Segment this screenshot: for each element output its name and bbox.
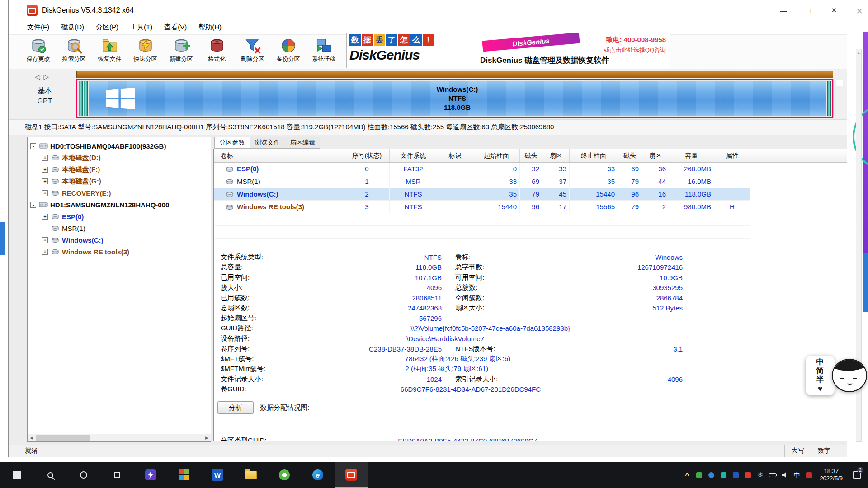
tree-item[interactable]: + 本地磁盘(D:) <box>28 152 211 164</box>
tree-item[interactable]: + Windows RE tools(3) <box>28 246 211 258</box>
tree-expander[interactable]: + <box>42 237 48 243</box>
menu-item[interactable]: 分区(P) <box>90 23 124 32</box>
edge-app[interactable]: e <box>301 462 335 488</box>
toolbar-button[interactable]: 删除分区 <box>235 36 270 68</box>
tree-item[interactable]: + 本地磁盘(F:) <box>28 164 211 175</box>
scroll-right-icon[interactable]: ▶ <box>203 434 211 441</box>
detail-tab[interactable]: 浏览文件 <box>250 137 285 149</box>
partition-row[interactable]: Windows RE tools(3) 3 NTFS 15440 96 17 1… <box>214 201 750 213</box>
tree-item[interactable]: MSR(1) <box>28 222 211 234</box>
tree-item[interactable]: + RECOVERY(E:) <box>28 187 211 199</box>
word-app[interactable]: W <box>201 462 234 488</box>
partition-block-windows[interactable]: Windows(C:) NTFS 118.0GB <box>89 81 826 116</box>
column-header[interactable]: 序号(状态) <box>344 149 390 162</box>
snowflake-icon[interactable]: ❄ <box>754 465 766 485</box>
volume-icon[interactable] <box>778 465 791 485</box>
tree-expander[interactable]: + <box>42 178 48 184</box>
column-header[interactable]: 起始柱面 <box>473 149 520 162</box>
pinned-app-1[interactable] <box>134 462 167 488</box>
menu-item[interactable]: 工具(T) <box>124 23 158 32</box>
cortana-button[interactable] <box>67 462 100 488</box>
menu-item[interactable]: 文件(F) <box>21 23 55 32</box>
tray-icon-3[interactable] <box>717 465 730 485</box>
column-header[interactable]: 扇区 <box>642 149 669 162</box>
analyze-button[interactable]: 分析 <box>217 401 254 414</box>
menu-item[interactable]: 磁盘(D) <box>55 23 90 32</box>
close-button[interactable]: ✕ <box>821 0 847 20</box>
ime-indicator[interactable]: 中 <box>791 465 803 485</box>
hidden-icons-chevron[interactable]: ^ <box>681 465 693 485</box>
toolbar-button[interactable]: 格式化 <box>199 36 235 68</box>
battery-icon[interactable] <box>766 465 778 485</box>
column-header[interactable]: 扇区 <box>542 149 570 162</box>
column-header[interactable]: 标识 <box>437 149 473 162</box>
toolbar-button[interactable]: 系统迁移 <box>306 36 342 68</box>
column-header[interactable]: 文件系统 <box>390 149 437 162</box>
action-center-button[interactable]: 2 <box>847 471 866 479</box>
detail-tab[interactable]: 分区参数 <box>214 137 250 149</box>
partition-row[interactable]: MSR(1) 1 MSR 33 69 37 35 79 44 <box>214 175 750 188</box>
toolbar-button[interactable]: 新建分区 <box>163 36 199 68</box>
toolbar-button[interactable]: 备份分区 <box>270 36 306 68</box>
start-button[interactable] <box>0 462 33 488</box>
file-explorer-app[interactable] <box>234 462 268 488</box>
tree-item[interactable]: - HD0:TOSHIBAMQ04ABF100(932GB) <box>28 140 211 152</box>
promo-banner[interactable]: 数据丢了怎么！ DiskGenius DiskGenius 致电: 400-00… <box>346 33 670 68</box>
tree-expander[interactable]: - <box>30 143 36 149</box>
browser-app[interactable] <box>268 462 301 488</box>
partition-row[interactable]: Windows(C:) 2 NTFS 35 79 45 15440 96 1 <box>214 188 750 201</box>
tree-expander[interactable]: + <box>42 155 48 161</box>
scroll-left-icon[interactable]: ◀ <box>28 434 35 441</box>
tree-expander[interactable]: + <box>42 249 48 255</box>
column-header[interactable]: 属性 <box>714 149 750 162</box>
titlebar[interactable]: DiskGenius V5.4.3.1342 x64 — □ ✕ <box>9 0 847 20</box>
diskgenius-app[interactable] <box>335 462 368 488</box>
partition-row[interactable]: ESP(0) 0 FAT32 0 32 33 33 69 36 <box>214 163 750 175</box>
toolbar-button[interactable]: 恢复文件 <box>92 36 127 68</box>
tree-horizontal-scrollbar[interactable]: ◀ ▶ <box>28 434 211 441</box>
toolbar-button[interactable]: 搜索分区 <box>56 36 92 68</box>
menu-item[interactable]: 帮助(H) <box>193 23 227 32</box>
toolbar-button[interactable]: 保存更改 <box>20 36 56 68</box>
tray-icon-5[interactable] <box>742 465 754 485</box>
disk-bar-scroll-button[interactable] <box>836 80 843 86</box>
tray-icon-2[interactable] <box>705 465 717 485</box>
toolbar-button[interactable]: 快速分区 <box>127 36 163 68</box>
store-app[interactable] <box>167 462 201 488</box>
disk-nav-arrows[interactable]: ◁▷ <box>35 73 52 81</box>
tree-expander[interactable]: + <box>42 167 48 173</box>
tree-expander[interactable]: + <box>42 214 48 220</box>
tree-item[interactable]: + Windows(C:) <box>28 234 211 246</box>
maximize-button[interactable]: □ <box>796 0 821 20</box>
tray-icon-4[interactable] <box>730 465 742 485</box>
scrollbar-thumb[interactable] <box>36 435 90 441</box>
tray-icon-1[interactable] <box>693 465 705 485</box>
tree-item[interactable]: + 本地磁盘(G:) <box>28 175 211 187</box>
column-header[interactable]: 磁头 <box>520 149 542 162</box>
partition-block-re-tools[interactable] <box>827 81 831 116</box>
detail-tab[interactable]: 扇区编辑 <box>285 137 320 149</box>
promo-qq-link[interactable]: 或点击此处选择QQ咨询 <box>604 46 666 54</box>
tree-expander[interactable]: + <box>42 190 48 196</box>
tray-icon-6[interactable] <box>803 465 815 485</box>
partition-block-msr[interactable] <box>84 81 88 116</box>
ime-status-widget[interactable]: 中简半♥ <box>806 356 867 395</box>
promo-phone[interactable]: 致电: 400-008-9958 <box>606 36 666 44</box>
menu-item[interactable]: 查看(V) <box>158 23 193 32</box>
column-header[interactable]: 卷标 <box>214 149 344 162</box>
taskbar-clock[interactable]: 18:37 2022/5/9 <box>815 468 847 482</box>
tree-item[interactable]: + ESP(0) <box>28 211 211 222</box>
scroll-up-arrow-icon[interactable]: ▲ <box>857 51 861 55</box>
column-header[interactable]: 容量 <box>669 149 714 162</box>
column-header[interactable]: 磁头 <box>618 149 642 162</box>
tree-item-label: HD1:SAMSUNGMZNLN128HAHQ-000 <box>50 201 169 209</box>
partition-block-esp[interactable] <box>79 81 83 116</box>
tree-expander[interactable]: - <box>30 202 36 208</box>
search-button[interactable] <box>33 462 67 488</box>
tree-item[interactable]: - HD1:SAMSUNGMZNLN128HAHQ-000 <box>28 199 211 211</box>
ime-mode-box[interactable]: 中简半♥ <box>806 356 835 395</box>
background-window-close-icon[interactable]: ✕ <box>852 5 867 18</box>
minimize-button[interactable]: — <box>771 0 796 20</box>
column-header[interactable]: 终止柱面 <box>570 149 618 162</box>
task-view-button[interactable] <box>100 462 134 488</box>
